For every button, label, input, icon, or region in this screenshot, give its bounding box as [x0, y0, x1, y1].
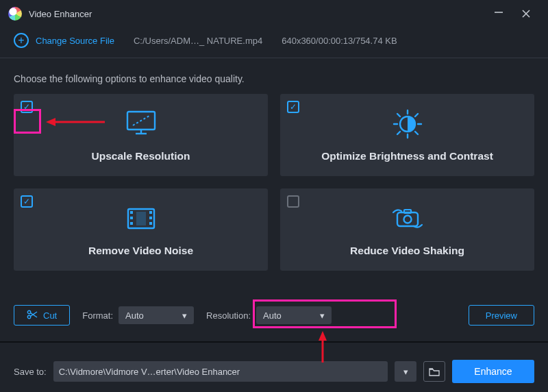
svg-rect-20: [130, 222, 133, 225]
cut-label: Cut: [43, 310, 57, 321]
brightness-icon: [389, 108, 426, 140]
svg-line-4: [133, 116, 149, 125]
checkbox-upscale[interactable]: ✓: [21, 101, 33, 113]
svg-line-13: [415, 132, 418, 134]
save-path-value: C:\Vidmore\Vidmore V…erter\Video Enhance…: [59, 367, 240, 377]
source-file-meta: 640x360/00:00:13/754.74 KB: [282, 36, 397, 46]
resolution-label: Resolution:: [206, 310, 251, 321]
change-source-button[interactable]: Change Source File: [14, 33, 114, 48]
checkbox-deshake[interactable]: [287, 195, 299, 208]
svg-rect-18: [130, 211, 133, 214]
svg-line-14: [415, 114, 418, 117]
checkbox-brightness[interactable]: ✓: [287, 101, 299, 113]
source-file-path: C:/Users/ADM…_ NATURE.mp4: [134, 36, 262, 46]
svg-line-15: [397, 132, 400, 134]
film-noise-icon: [123, 202, 160, 235]
svg-line-29: [30, 313, 37, 317]
card-reduce-video-shaking[interactable]: Reduce Video Shaking: [280, 188, 534, 271]
card-remove-video-noise[interactable]: ✓ Remove Video Noise: [14, 188, 268, 271]
svg-rect-19: [130, 217, 133, 219]
card-label: Optimize Brightness and Contrast: [321, 150, 493, 162]
svg-rect-23: [149, 222, 152, 225]
save-to-label: Save to:: [14, 367, 47, 377]
close-button[interactable]: [512, 9, 540, 19]
svg-line-30: [30, 312, 37, 317]
titlebar: Video Enhancer: [0, 0, 548, 27]
chevron-down-icon: ▾: [403, 367, 408, 377]
camera-shake-icon: [388, 202, 427, 235]
divider: [0, 341, 548, 343]
resolution-value: Auto: [263, 310, 282, 321]
instruction-text: Choose the following options to enhance …: [0, 58, 548, 94]
monitor-icon: [123, 108, 159, 140]
browse-folder-button[interactable]: [423, 361, 445, 382]
format-value: Auto: [125, 310, 144, 321]
svg-rect-17: [136, 212, 146, 225]
save-path-dropdown[interactable]: ▾: [395, 361, 416, 382]
plus-icon: [14, 33, 29, 48]
chevron-down-icon: ▾: [320, 310, 325, 321]
enhance-button[interactable]: Enhance: [452, 360, 534, 383]
card-label: Reduce Video Shaking: [350, 245, 464, 257]
svg-rect-24: [397, 212, 418, 226]
topbar: Change Source File C:/Users/ADM…_ NATURE…: [0, 27, 548, 58]
minimize-button[interactable]: [485, 8, 512, 20]
save-path-field[interactable]: C:\Vidmore\Vidmore V…erter\Video Enhance…: [53, 361, 388, 382]
svg-marker-34: [319, 331, 327, 341]
svg-point-26: [403, 216, 411, 223]
chevron-down-icon: ▾: [182, 310, 187, 321]
svg-rect-21: [149, 211, 152, 214]
card-label: Upscale Resolution: [92, 150, 190, 162]
preview-label: Preview: [486, 310, 517, 321]
svg-rect-25: [404, 210, 411, 213]
card-upscale-resolution[interactable]: ✓ Upscale Resolution: [14, 94, 268, 176]
svg-line-12: [397, 114, 400, 117]
format-select[interactable]: Auto ▾: [119, 306, 194, 324]
format-label: Format:: [82, 310, 113, 321]
cut-button[interactable]: Cut: [14, 305, 70, 326]
svg-rect-22: [149, 217, 152, 219]
change-source-label: Change Source File: [36, 36, 114, 46]
card-label: Remove Video Noise: [88, 245, 193, 257]
card-optimize-brightness-contrast[interactable]: ✓ Optimize Brightness and Contrast: [280, 94, 534, 176]
folder-icon: [429, 367, 440, 376]
app-title: Video Enhancer: [29, 9, 92, 19]
scissors-icon: [27, 310, 38, 321]
enhance-label: Enhance: [474, 366, 512, 377]
preview-button[interactable]: Preview: [469, 305, 534, 326]
resolution-select[interactable]: Auto ▾: [256, 306, 332, 324]
app-icon: [8, 7, 22, 21]
checkbox-denoise[interactable]: ✓: [21, 195, 33, 208]
